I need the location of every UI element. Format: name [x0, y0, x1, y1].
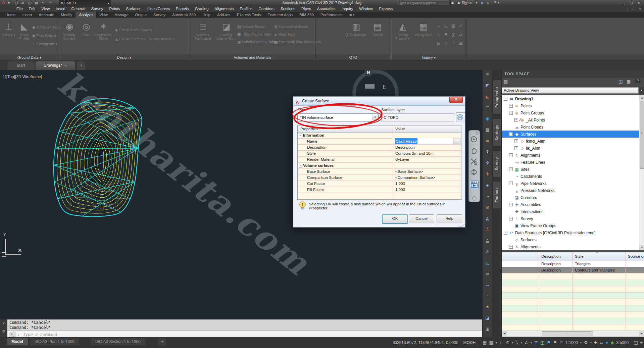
- scroll-left-icon[interactable]: ◀: [502, 331, 507, 336]
- tree-item-view-frame-groups[interactable]: ▣View Frame Groups: [502, 222, 639, 229]
- civil-toolbar-icon[interactable]: ◬: [483, 238, 492, 243]
- tree-scrollbar-thumb[interactable]: [640, 101, 644, 169]
- ribbon-tab-annotate[interactable]: Annotate: [35, 12, 57, 18]
- tree-item-corridors[interactable]: ◪Corridors: [502, 194, 639, 201]
- table-row-empty[interactable]: [502, 312, 644, 318]
- search-input[interactable]: Type a keyword or phrase: [398, 1, 451, 5]
- property-row-base-surface[interactable]: Base Surface<Base Surface>: [298, 168, 461, 175]
- scroll-right-icon[interactable]: ▶: [639, 331, 644, 336]
- help-icon[interactable]: ?: [494, 0, 496, 6]
- snap-icon[interactable]: ▩: [489, 338, 493, 348]
- ribbon-item-total-volume-table[interactable]: ▦Total Volume Table: [237, 32, 273, 37]
- menu-item-annotation[interactable]: Annotation: [314, 6, 339, 12]
- layout-tab-iso-a3-plan-1-to-1000[interactable]: ISO A3 Plan 1 to 1000: [30, 338, 79, 345]
- table-row-empty[interactable]: [502, 274, 644, 280]
- tree-expander-icon[interactable]: +: [509, 203, 513, 206]
- tree-expander-icon[interactable]: +: [509, 104, 513, 108]
- tree-item-i-lk-al-m[interactable]: +◇İlk_Alım: [502, 145, 639, 152]
- tree-item-alignments[interactable]: +↻Alignments: [502, 243, 639, 250]
- table-row[interactable]: DescriptionContours and Triangles: [502, 267, 644, 274]
- menu-item-grading[interactable]: Grading: [192, 6, 211, 12]
- ribbon-button-grading-volume-tools[interactable]: ◪Grading Volume Tools: [216, 20, 237, 41]
- ribbon-item-material-volume-table[interactable]: ▦Material Volume Table: [237, 40, 273, 44]
- annotation-scale-control[interactable]: 1:1000: [565, 340, 578, 345]
- civil-toolbar-icon[interactable]: ∠: [483, 249, 492, 254]
- close-button[interactable]: ✕: [637, 0, 640, 6]
- sign-in-button[interactable]: Sign In: [462, 0, 472, 6]
- property-row-information[interactable]: −Information: [298, 132, 461, 139]
- tree-item-points[interactable]: +⊕Points: [502, 102, 639, 109]
- tab-close-icon[interactable]: ✕: [64, 64, 67, 67]
- panel-label-qto[interactable]: QTO: [315, 54, 391, 60]
- ribbon-button-visibility-check[interactable]: ◉Visibility Check ▾: [61, 20, 78, 41]
- panel-layout-icon[interactable]: ◫: [618, 79, 623, 84]
- table-row-empty[interactable]: [502, 280, 644, 286]
- orbit-icon[interactable]: [470, 168, 478, 176]
- menu-item-pipes[interactable]: Pipes: [298, 6, 314, 12]
- ribbon-tab-bim-360[interactable]: BIM 360: [296, 12, 317, 18]
- civil-toolbar-icon[interactable]: ▱: [483, 271, 492, 276]
- inquiry-tool-icon[interactable]: ◔: [450, 40, 457, 47]
- viewport-controls[interactable]: [-][Top][2D Wireframe]: [3, 74, 42, 79]
- tree-item-point-clouds[interactable]: ☁Point Clouds: [502, 123, 639, 131]
- civil-toolbar-icon[interactable]: ✜: [483, 160, 492, 165]
- tree-item-assemblies[interactable]: +╪Assemblies: [502, 201, 639, 208]
- tree-expander-icon[interactable]: +: [509, 167, 513, 171]
- ribbon-tab-home[interactable]: Home: [2, 12, 19, 18]
- tab-start[interactable]: Start: [7, 61, 34, 70]
- model-space-label[interactable]: MODEL: [463, 340, 478, 345]
- menu-item-general[interactable]: General: [68, 6, 88, 12]
- help-button[interactable]: Help: [437, 214, 462, 223]
- tree-item-catchments[interactable]: ◔Catchments: [502, 173, 639, 180]
- tab-drawing1[interactable]: Drawing1* ✕: [36, 61, 75, 70]
- menu-item-alignments[interactable]: Alignments: [211, 6, 237, 12]
- civil-toolbar-icon[interactable]: ◉: [483, 116, 492, 121]
- civil-toolbar-icon[interactable]: ◤: [483, 83, 492, 88]
- viewcube-east-label[interactable]: E: [383, 84, 386, 91]
- tree-item-drawing1[interactable]: −▤Drawing1: [502, 95, 639, 102]
- sign-in-arrow-icon[interactable]: ▾: [476, 0, 477, 6]
- property-row-fill-factor[interactable]: Fill Factor1.000: [298, 187, 461, 193]
- item-view-icon[interactable]: ▨: [504, 79, 508, 84]
- ribbon-tab-insert[interactable]: Insert: [19, 12, 36, 18]
- tree-expander-icon[interactable]: −: [504, 97, 507, 101]
- ribbon-tab-analyze[interactable]: Analyze: [76, 12, 96, 18]
- object-snap-icon-arrow[interactable]: ▾: [531, 341, 532, 344]
- grid-icon[interactable]: ▦: [483, 338, 487, 348]
- tree-expander-icon[interactable]: −: [509, 132, 513, 136]
- ribbon-item-mass-haul[interactable]: ◭Mass Haul: [274, 32, 314, 37]
- exchange-icon[interactable]: ✕: [481, 0, 483, 6]
- graphics-performance-icon[interactable]: ●: [606, 338, 608, 348]
- tree-item-data-shortcuts-c-civil-3d-projects-denem[interactable]: −↩Data Shortcuts [C:\Civil 3D Projects\d…: [502, 229, 639, 236]
- property-row-render-material[interactable]: Render MaterialByLayer: [298, 156, 461, 163]
- gear-icon[interactable]: ⚙: [584, 338, 588, 348]
- ribbon-tab-output[interactable]: Output: [132, 12, 150, 18]
- civil-toolbar-icon[interactable]: ✶: [483, 304, 492, 309]
- minimize-button[interactable]: —: [622, 0, 625, 6]
- tree-item-point-groups[interactable]: −⊕Point Groups: [502, 109, 639, 116]
- object-snap-icon[interactable]: ∠: [524, 338, 528, 348]
- tree-expander-icon[interactable]: +: [514, 139, 518, 143]
- showmotion-button[interactable]: [470, 180, 479, 189]
- communication-center-icon[interactable]: ◬: [487, 0, 489, 6]
- collapse-icon[interactable]: −: [299, 134, 302, 137]
- ellipsis-button[interactable]: ...: [453, 139, 460, 144]
- menu-item-lines-curves[interactable]: Lines/Curves: [144, 6, 173, 12]
- civil-toolbar-icon[interactable]: ⊙: [483, 205, 492, 210]
- ribbon-button-takeoff[interactable]: ▤Takeoff: [369, 20, 386, 37]
- ribbon-item-catchments[interactable]: ◔Catchments ▾: [32, 42, 58, 46]
- menu-item-window[interactable]: Window: [356, 6, 376, 12]
- isometric-drafting-icon[interactable]: ╲: [516, 338, 518, 348]
- property-row-volume-surfaces[interactable]: −Volume surfaces: [298, 162, 461, 169]
- civil-toolbar-icon[interactable]: ◭: [483, 216, 492, 221]
- annotation-outline-flag-icon[interactable]: ⚐: [559, 338, 563, 348]
- tree-item-surfaces[interactable]: ◇Surfaces: [502, 236, 639, 243]
- tree-expander-icon[interactable]: +: [509, 245, 513, 249]
- ribbon-minimize-icon[interactable]: ▣ ▾: [346, 12, 358, 18]
- ribbon-button-station-tracker[interactable]: ◭Station Tracker ▾: [394, 20, 412, 41]
- inquiry-tool-icon[interactable]: ⇄: [457, 31, 464, 38]
- civil-toolbar-icon[interactable]: ◺: [483, 260, 492, 265]
- surface-layer-field[interactable]: C-TOPO: [381, 113, 454, 121]
- tree-item-feature-lines[interactable]: ↝Feature Lines: [502, 159, 639, 166]
- tree-expander-icon[interactable]: +: [509, 153, 513, 157]
